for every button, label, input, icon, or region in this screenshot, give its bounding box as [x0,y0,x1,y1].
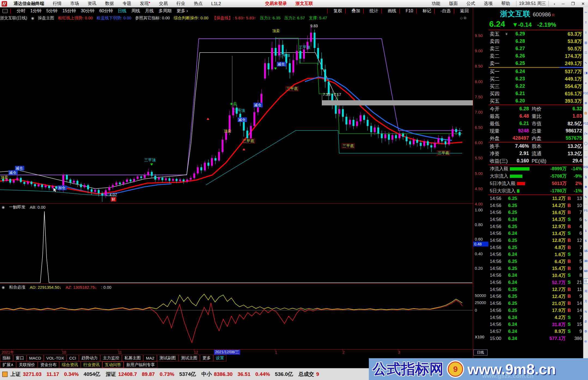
period-日线[interactable]: 日线 [115,8,129,14]
tab-扩展∧[interactable]: 扩展∧ [0,361,16,368]
period-5[interactable]: 5 [583,236,588,246]
period-月线[interactable]: 月线 [143,8,156,14]
tool-画线[interactable]: 画线 [385,8,399,14]
restore-button[interactable]: ❐ [568,1,578,6]
period-多周期[interactable]: 多周期 [156,8,174,14]
period-quarter[interactable]: 季 [583,327,588,337]
period-15[interactable]: 15 [583,246,588,256]
period-周线[interactable]: 周线 [129,8,143,14]
menu-item-3[interactable]: 资讯 [83,1,101,7]
menu-item-8[interactable]: 行业 [172,1,189,7]
money-icon[interactable]: $ [583,172,588,182]
down-icon[interactable]: ⇩ [583,28,588,38]
panel-toggle-icon[interactable]: ◉ [2,285,5,289]
tab-MACD[interactable]: MACD [27,355,44,361]
tab-VOL-TDX[interactable]: VOL-TDX [44,355,66,361]
menu-item-1[interactable]: 行情 [48,1,66,7]
alert-item-2[interactable]: 浙文互联 [291,1,317,7]
back-icon[interactable]: ⇦ [583,7,588,17]
tab-测试副图[interactable]: 测试副图 [157,355,178,361]
draw-icon[interactable]: ✎ [583,192,588,202]
menu-item-6[interactable]: 发现● [136,1,155,7]
ask-row-4[interactable]: 卖四6.2853.8万 [489,38,583,45]
panel-toggle-icon[interactable]: ◉ [2,205,5,209]
bid-row-1[interactable]: 买一6.24537.7万 [489,68,583,75]
period-week[interactable]: 周 [583,286,588,296]
window-layout-icon[interactable] [2,9,8,13]
kline-icon[interactable]: ▯▮ [583,68,588,78]
tab-综合资讯[interactable]: 综合资讯 [59,361,81,368]
layout-icon[interactable]: ◉ [31,16,34,20]
right-menu-5[interactable]: 帮助 [497,1,514,7]
main-chart-canvas[interactable]: 顶卖减仓减仓加仓←4.07财三平顶★卖三平顶减仓顶卖三平底减仓顶卖9.83三平顶… [0,22,473,203]
tool--自选[interactable]: -自选 [438,8,453,14]
f12-icon[interactable]: F12 [583,118,588,128]
right-menu-1[interactable]: 功能 [427,1,445,7]
period-60分钟[interactable]: 60分钟 [97,8,115,14]
alert-item-1[interactable]: 交易未登录 [261,1,291,7]
tab-MA2[interactable]: MA2 [143,355,157,361]
tree-icon[interactable]: ⊞ [583,98,588,108]
refresh-icon[interactable]: ↻ [583,215,588,226]
zixuan-icon[interactable]: 自 [583,108,588,118]
news-icon[interactable]: ≡ [583,78,588,88]
tab-窗口[interactable]: 窗口 [13,355,26,361]
period-month[interactable]: 月 [583,296,588,306]
ask-row-5[interactable]: 卖五¥6.2963.3万 [489,30,583,38]
ask-row-3[interactable]: 卖三6.2750.5万 [489,45,583,52]
move-icon[interactable]: ✥ [583,182,588,192]
bid-row-4[interactable]: 买四6.21616.1万 [489,90,583,97]
tool-返回[interactable]: 返回 [458,8,471,14]
menu-item-5[interactable]: 专题 [118,1,136,7]
period-5分钟[interactable]: 5分钟 [44,8,60,14]
tab-设置[interactable]: 设置 [213,355,226,361]
right-menu-4[interactable]: 选项 [480,1,497,7]
menu-item-10[interactable]: L1L2 [207,1,225,6]
rsi-icon[interactable]: RSI [583,162,588,172]
period-label-box[interactable]: 日线 [473,349,488,355]
menu-item-4[interactable]: 数据 [101,1,118,7]
tab-互动问答[interactable]: 互动问答 [102,361,124,368]
list-icon[interactable]: ☷ [583,48,588,58]
pane-corner-icons[interactable]: ◇ ⧉ [460,16,469,20]
indicator-ab-canvas[interactable] [0,203,473,283]
period-更多 ›[interactable]: 更多 › [174,8,191,14]
bid-row-5[interactable]: 买五6.20393.3万 [489,97,583,105]
tab-指标[interactable]: 指标 [0,355,13,361]
back-button[interactable]: ‹ [550,1,558,6]
tab-私募主图[interactable]: 私募主图 [122,355,143,361]
trend-icon[interactable]: ∿ [583,58,588,68]
menu-item-9[interactable]: 热点 [189,1,207,7]
ask-row-1[interactable]: 卖一6.25249.1万 [489,60,583,67]
tab-趋势动力[interactable]: 趋势动力 [79,355,100,361]
close-button[interactable]: ✕ [578,1,588,6]
tab-CCI[interactable]: CCI [67,355,79,361]
f5-icon[interactable]: F5 [583,205,588,215]
period-multi[interactable]: 多 [583,317,588,327]
f10-icon[interactable]: F10 [583,88,588,98]
minimize-button[interactable]: ─ [558,1,568,6]
period-1[interactable]: 1 [583,226,588,236]
right-menu-3[interactable]: 公式 [462,1,480,7]
wave-icon[interactable]: 〰 [583,152,588,162]
tab-更多[interactable]: 更多 [200,355,213,361]
period-year[interactable]: 年 [583,337,588,347]
right-menu-2[interactable]: 版面 [445,1,462,7]
period-30分钟[interactable]: 30分钟 [78,8,97,14]
period-30[interactable]: 30 [583,256,588,266]
ask-row-2[interactable]: 卖二6.26174.3万 [489,52,583,60]
bid-row-3[interactable]: 买三6.22554.6万 [489,83,583,90]
menu-item-2[interactable]: 市场 [66,1,83,7]
tab-资金分布[interactable]: 资金分布 [38,361,59,368]
period-1分钟[interactable]: 1分钟 [28,8,44,14]
period-day[interactable]: 日 [584,278,588,284]
period-分时[interactable]: 分时 [14,8,28,14]
tool-标记[interactable]: 标记 [420,8,434,14]
tab-行业资讯[interactable]: 行业资讯 [81,361,102,368]
tool-复权[interactable]: 复权 [331,8,345,14]
period-n[interactable]: N [583,306,588,317]
tool-F10[interactable]: F10 [403,8,416,13]
tab-新用户福利专享[interactable]: 新用户福利专享 [124,361,157,368]
menu-item-7[interactable]: 交易 [155,1,172,7]
up-icon[interactable]: ⇧ [583,17,588,28]
